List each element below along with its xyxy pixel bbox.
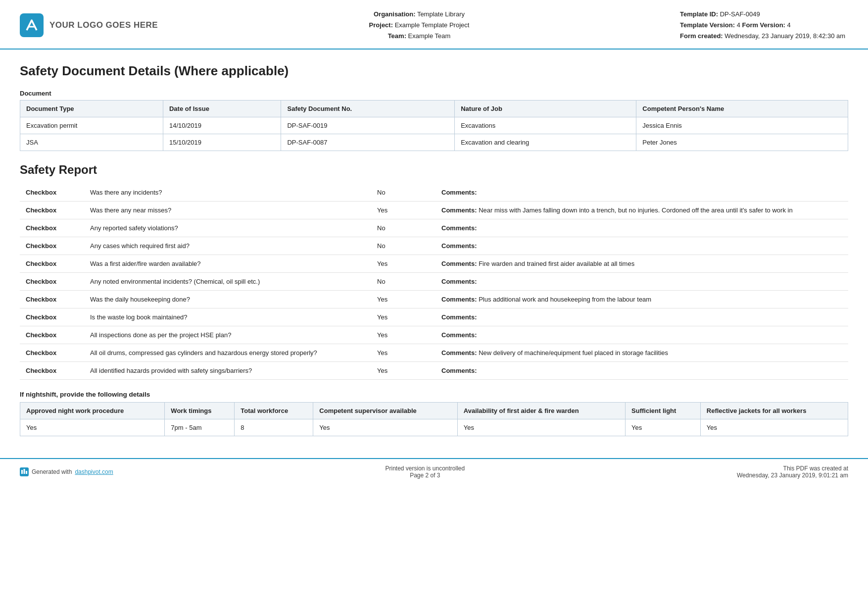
- safety-comments-10: Comments:: [435, 362, 848, 380]
- doc-cell-1-1: 15/10/2019: [163, 134, 281, 151]
- nightshift-col-2: Total workforce: [235, 403, 313, 419]
- doc-cell-1-0: JSA: [20, 134, 163, 151]
- team-label: Team:: [388, 32, 406, 40]
- safety-checkbox-1: Checkbox: [20, 202, 84, 219]
- safety-question-5: Any noted environmental incidents? (Chem…: [84, 273, 371, 291]
- safety-answer-6: Yes: [371, 291, 435, 308]
- doc-col-person: Competent Person's Name: [636, 101, 848, 117]
- safety-checkbox-9: Checkbox: [20, 344, 84, 362]
- doc-cell-0-3: Excavations: [455, 117, 636, 134]
- safety-report-table: CheckboxWas there any incidents?NoCommen…: [20, 184, 848, 380]
- footer-link[interactable]: dashpivot.com: [75, 468, 113, 475]
- form-version-value: 4: [787, 21, 791, 29]
- page-header: YOUR LOGO GOES HERE Organisation: Templa…: [0, 0, 868, 50]
- safety-answer-3: No: [371, 237, 435, 255]
- safety-checkbox-7: Checkbox: [20, 308, 84, 326]
- safety-comments-5: Comments:: [435, 273, 848, 291]
- safety-comments-8: Comments:: [435, 326, 848, 344]
- safety-report-row: CheckboxAny reported safety violations?N…: [20, 219, 848, 237]
- doc-cell-0-2: DP-SAF-0019: [281, 117, 455, 134]
- safety-report-row: CheckboxWas a first aider/fire warden av…: [20, 255, 848, 273]
- safety-report-row: CheckboxAny cases which required first a…: [20, 237, 848, 255]
- svg-rect-3: [24, 469, 25, 474]
- team-value: Example Team: [408, 32, 451, 40]
- safety-checkbox-0: Checkbox: [20, 184, 84, 202]
- document-section: Document Document Type Date of Issue Saf…: [20, 90, 848, 151]
- nightshift-col-6: Reflective jackets for all workers: [700, 403, 848, 419]
- safety-checkbox-5: Checkbox: [20, 273, 84, 291]
- safety-answer-9: Yes: [371, 344, 435, 362]
- doc-cell-1-2: DP-SAF-0087: [281, 134, 455, 151]
- safety-question-8: All inspections done as per the project …: [84, 326, 371, 344]
- footer-generated-text: Generated with: [32, 468, 72, 475]
- template-id-value: DP-SAF-0049: [720, 10, 760, 18]
- page-footer: Generated with dashpivot.com Printed ver…: [0, 458, 868, 485]
- logo-area: YOUR LOGO GOES HERE: [20, 13, 158, 37]
- footer-right: This PDF was created at Wednesday, 23 Ja…: [737, 465, 848, 479]
- safety-answer-1: Yes: [371, 202, 435, 219]
- template-version-value: 4: [737, 21, 740, 29]
- nightshift-cell-0-6: Yes: [700, 419, 848, 436]
- main-content: Safety Document Details (Where applicabl…: [0, 50, 868, 458]
- template-version-label: Template Version:: [680, 21, 735, 29]
- header-center: Organisation: Template Library Project: …: [158, 9, 680, 42]
- doc-cell-0-4: Jessica Ennis: [636, 117, 848, 134]
- safety-checkbox-2: Checkbox: [20, 219, 84, 237]
- form-created-label: Form created:: [680, 32, 723, 40]
- footer-center-line1: Printed version is uncontrolled: [385, 465, 465, 472]
- document-table-row: JSA15/10/2019DP-SAF-0087Excavation and c…: [20, 134, 848, 151]
- template-id-label: Template ID:: [680, 10, 718, 18]
- svg-rect-0: [20, 13, 44, 37]
- footer-center-line2: Page 2 of 3: [385, 472, 465, 479]
- form-created-value: Wednesday, 23 January 2019, 8:42:30 am: [724, 32, 845, 40]
- nightshift-col-1: Work timings: [165, 403, 235, 419]
- footer-center: Printed version is uncontrolled Page 2 o…: [385, 465, 465, 479]
- safety-report-row: CheckboxWas there any incidents?NoCommen…: [20, 184, 848, 202]
- svg-rect-4: [26, 471, 27, 474]
- document-section-label: Document: [20, 90, 848, 97]
- org-label: Organisation:: [374, 10, 416, 18]
- safety-question-2: Any reported safety violations?: [84, 219, 371, 237]
- nightshift-section: If nightshift, provide the following det…: [20, 391, 848, 436]
- safety-checkbox-4: Checkbox: [20, 255, 84, 273]
- nightshift-col-0: Approved night work procedure: [20, 403, 165, 419]
- safety-report-row: CheckboxWas the daily housekeeping done?…: [20, 291, 848, 308]
- safety-checkbox-10: Checkbox: [20, 362, 84, 380]
- safety-question-9: All oil drums, compressed gas cylinders …: [84, 344, 371, 362]
- safety-comments-9: Comments: New delivery of machine/equipm…: [435, 344, 848, 362]
- footer-right-line1: This PDF was created at: [737, 465, 848, 472]
- logo-icon: [20, 13, 44, 37]
- footer-logo-icon: [20, 467, 29, 476]
- safety-comments-0: Comments:: [435, 184, 848, 202]
- safety-checkbox-3: Checkbox: [20, 237, 84, 255]
- doc-cell-1-4: Peter Jones: [636, 134, 848, 151]
- nightshift-col-5: Sufficient light: [626, 403, 701, 419]
- safety-question-7: Is the waste log book maintained?: [84, 308, 371, 326]
- doc-col-type: Document Type: [20, 101, 163, 117]
- document-table-row: Excavation permit14/10/2019DP-SAF-0019Ex…: [20, 117, 848, 134]
- safety-question-0: Was there any incidents?: [84, 184, 371, 202]
- doc-cell-0-0: Excavation permit: [20, 117, 163, 134]
- safety-answer-2: No: [371, 219, 435, 237]
- safety-answer-5: No: [371, 273, 435, 291]
- safety-report-row: CheckboxIs the waste log book maintained…: [20, 308, 848, 326]
- safety-comments-3: Comments:: [435, 237, 848, 255]
- safety-question-3: Any cases which required first aid?: [84, 237, 371, 255]
- nightshift-table: Approved night work procedureWork timing…: [20, 402, 848, 436]
- safety-comments-7: Comments:: [435, 308, 848, 326]
- doc-cell-0-1: 14/10/2019: [163, 117, 281, 134]
- nightshift-col-4: Availability of first aider & fire warde…: [457, 403, 625, 419]
- safety-report-row: CheckboxAny noted environmental incident…: [20, 273, 848, 291]
- doc-col-date: Date of Issue: [163, 101, 281, 117]
- safety-report-row: CheckboxAll identified hazards provided …: [20, 362, 848, 380]
- nightshift-col-3: Competent supervisor available: [313, 403, 457, 419]
- svg-rect-2: [21, 470, 23, 474]
- safety-question-6: Was the daily housekeeping done?: [84, 291, 371, 308]
- doc-col-nature: Nature of Job: [455, 101, 636, 117]
- footer-right-line2: Wednesday, 23 January 2019, 9:01:21 am: [737, 472, 848, 479]
- safety-answer-10: Yes: [371, 362, 435, 380]
- safety-checkbox-8: Checkbox: [20, 326, 84, 344]
- page-title: Safety Document Details (Where applicabl…: [20, 63, 848, 79]
- safety-question-1: Was there any near misses?: [84, 202, 371, 219]
- safety-answer-4: Yes: [371, 255, 435, 273]
